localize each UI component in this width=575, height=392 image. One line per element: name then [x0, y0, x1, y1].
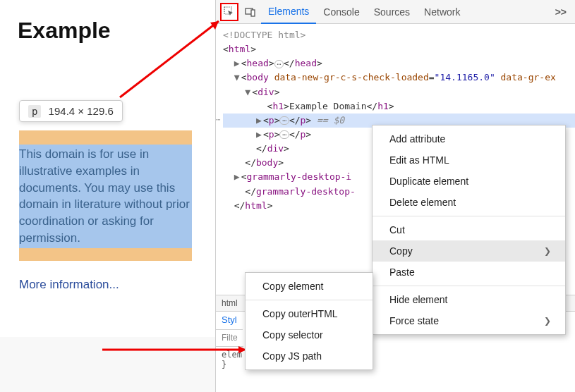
ctx-copy-selector[interactable]: Copy selector — [246, 324, 373, 345]
devtools-toolbar: Elements Console Sources Network >> — [216, 0, 575, 24]
tab-console[interactable]: Console — [316, 0, 366, 24]
ctx-hide-element[interactable]: Hide element — [373, 289, 565, 310]
h1-line[interactable]: <h1>Example Domain</h1> — [223, 99, 575, 114]
inspected-element-highlight: This domain is for use in illustrative e… — [19, 130, 192, 261]
tab-elements[interactable]: Elements — [261, 0, 316, 24]
tab-network[interactable]: Network — [417, 0, 467, 24]
context-menu: Add attribute Edit as HTML Duplicate ele… — [372, 125, 566, 335]
ctx-copy-outerhtml[interactable]: Copy outerHTML — [246, 303, 373, 324]
body-line[interactable]: ▼<body data-new-gr-c-s-check-loaded="14.… — [223, 71, 575, 85]
head-line[interactable]: ▶<head>⋯</head> — [223, 56, 575, 71]
ctx-edit-as-html[interactable]: Edit as HTML — [373, 149, 565, 171]
tabs-overflow[interactable]: >> — [550, 6, 572, 18]
tooltip-dimensions: 194.4 × 129.6 — [49, 105, 114, 117]
rendered-page: Example p 194.4 × 129.6 This domain is f… — [0, 0, 215, 392]
styles-filter[interactable]: Filte — [216, 330, 243, 347]
chevron-right-icon: ❯ — [544, 316, 551, 326]
svg-rect-2 — [251, 10, 255, 16]
page-paragraph: This domain is for use in illustrative e… — [19, 146, 192, 247]
styles-tab[interactable]: Styl — [216, 312, 243, 330]
ctx-paste[interactable]: Paste — [373, 262, 565, 283]
tab-sources[interactable]: Sources — [367, 0, 417, 24]
ctx-add-attribute[interactable]: Add attribute — [373, 128, 565, 149]
tooltip-tag: p — [28, 105, 41, 118]
chevron-right-icon: ❯ — [544, 246, 551, 256]
ctx-duplicate-element[interactable]: Duplicate element — [373, 171, 565, 192]
ctx-copy-js-path[interactable]: Copy JS path — [246, 345, 373, 367]
more-information-link[interactable]: More information... — [19, 278, 119, 292]
doctype[interactable]: <!DOCTYPE html> — [223, 28, 575, 42]
html-open[interactable]: <html> — [223, 42, 575, 56]
inspect-element-button[interactable] — [220, 3, 238, 21]
div-line[interactable]: ▼<div> — [223, 85, 575, 99]
ctx-delete-element[interactable]: Delete element — [373, 192, 565, 213]
page-title: Example — [18, 18, 198, 44]
device-toolbar-button[interactable] — [241, 3, 260, 21]
ctx-cut[interactable]: Cut — [373, 219, 565, 240]
ctx-force-state[interactable]: Force state❯ — [373, 310, 565, 331]
style-rule: elem } — [216, 347, 248, 372]
context-submenu-copy: Copy element Copy outerHTML Copy selecto… — [245, 272, 373, 370]
ctx-copy-element[interactable]: Copy element — [246, 276, 373, 297]
element-tooltip: p 194.4 × 129.6 — [19, 100, 123, 122]
ctx-copy[interactable]: Copy❯ — [373, 240, 565, 262]
